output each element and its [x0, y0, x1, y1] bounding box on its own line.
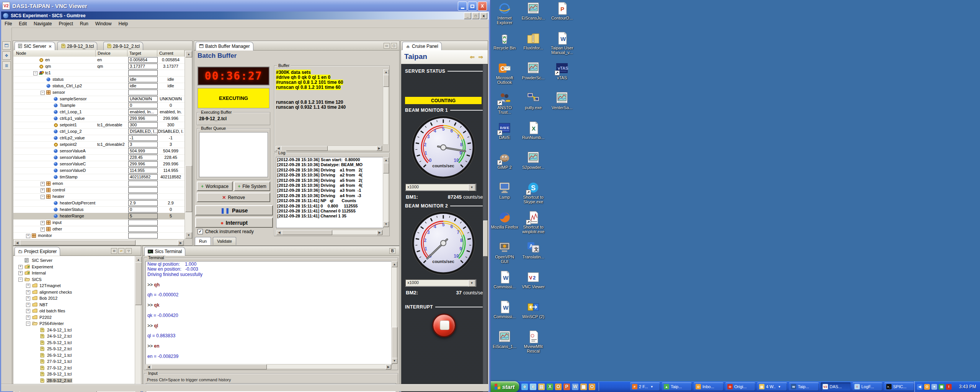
tree-row-sampleSensor[interactable]: sampleSensorUNKNOWNUNKNOWN	[13, 96, 185, 103]
expander-expand-icon[interactable]: +	[26, 290, 30, 294]
desktop-icon-dave[interactable]: DAVE↗DAVE	[491, 121, 518, 140]
buffer-hscroll[interactable]: ◀ ▶	[275, 145, 382, 150]
target-value[interactable]: DISABLED, I...	[128, 129, 158, 134]
tab-project-explorer[interactable]: 🗀 Project Explorer	[15, 247, 60, 256]
start-button[interactable]: start	[490, 381, 519, 392]
desktop-icon-commissi-[interactable]: WCommissi...	[491, 301, 518, 319]
tree-row-sensorValueC[interactable]: sensorValueC299.996299.996	[13, 161, 185, 168]
desktop-icon-s2powder-[interactable]: S2powder...	[519, 151, 547, 170]
target-value[interactable]: 0.005854	[128, 57, 158, 63]
target-value[interactable]: idle	[128, 83, 158, 89]
tab-28-9-12-3-tcl[interactable]: 28-9-12_3.tcl	[57, 42, 97, 51]
check-instrument-ready-checkbox[interactable]: ✓	[198, 229, 203, 234]
dropdown-arrow-icon[interactable]: ▼	[468, 184, 475, 191]
desktop-icon-recycle-bin[interactable]: Recycle Bin	[491, 32, 518, 50]
tree-row-input[interactable]: +input	[13, 219, 185, 226]
explorer-item[interactable]: 25-9-12_2.tcl	[13, 346, 135, 353]
expander-expand-icon[interactable]: +	[26, 315, 30, 320]
desktop-icon-eiscans-1-[interactable]: EiScans_1...	[491, 330, 518, 349]
quicklaunch-outlook-2-icon[interactable]: O	[589, 384, 595, 390]
pages-icon[interactable]: ≣	[2, 61, 11, 70]
forward-arrow-icon[interactable]: ⇒	[478, 54, 483, 60]
alert-tray-icon[interactable]: !	[946, 384, 952, 390]
column-header-target[interactable]: Target	[127, 50, 157, 57]
explorer-item[interactable]: 25-9-12_1.tcl	[13, 340, 135, 346]
quicklaunch-media-icon[interactable]: ▦	[580, 384, 587, 390]
desktop-icon-mozilla-firefox[interactable]: Mozilla Firefox	[491, 211, 518, 229]
collapse-all-icon[interactable]: ⊟	[111, 248, 117, 254]
tree-row-ctrl_Loop_2[interactable]: ctrl_Loop_2DISABLED, I...DISABLED, I.	[13, 128, 185, 135]
link-with-editor-icon[interactable]: ⇄	[118, 248, 124, 254]
minimize-button[interactable]	[458, 2, 467, 11]
target-value[interactable]	[128, 70, 158, 76]
desktop-icon-openvpn-gui[interactable]: OpenVPN GUI	[491, 241, 518, 264]
minimize-button[interactable]: _	[464, 13, 471, 19]
tree-row-setpoint1[interactable]: setpoint1tc1_driveable300300	[13, 122, 185, 129]
target-value[interactable]: 0	[128, 103, 158, 108]
desktop-icon-putty-exe[interactable]: putty.exe	[519, 91, 547, 110]
terminal-toolbar-button[interactable]: B	[389, 248, 395, 254]
remove-button[interactable]: ✕ Remove	[197, 193, 270, 202]
tree-column-header[interactable]: NodeDeviceTargetCurrent	[13, 50, 185, 57]
maximize-button[interactable]	[468, 2, 477, 11]
explorer-item[interactable]: 27-9-12_2.tcl	[13, 365, 135, 372]
hide-icons-chevron-icon[interactable]: ◀	[917, 384, 923, 390]
target-value[interactable]	[128, 226, 158, 232]
column-header-current[interactable]: Current	[157, 50, 185, 57]
other-views-icon[interactable]: ❖	[2, 51, 11, 60]
explorer-item[interactable]: +P2202	[13, 315, 135, 321]
taskbar-button-spic-[interactable]: >_SPIC...	[884, 382, 914, 391]
sics-titlebar[interactable]: SICS Experiment - SICS - Gumtree _ □ X	[1, 11, 489, 20]
expander-collapse-icon[interactable]: −	[33, 71, 38, 75]
target-value[interactable]: -1	[128, 135, 158, 141]
target-value[interactable]	[128, 181, 158, 186]
expander-expand-icon[interactable]: +	[41, 182, 45, 186]
desktop-icon-vnc-viewer[interactable]: V2VNC Viewer	[519, 271, 547, 289]
expander-expand-icon[interactable]: +	[41, 227, 45, 232]
expander-collapse-icon[interactable]: −	[41, 195, 45, 199]
target-value[interactable]: 228.45	[128, 155, 158, 160]
tree-row-status[interactable]: statusidleidle	[13, 76, 185, 83]
target-value[interactable]: 300	[128, 122, 158, 128]
taskbar-button-das-[interactable]: V2DAS...	[821, 382, 851, 391]
desktop-icon-microsoft-outlook[interactable]: OMicrosoft Outlook	[491, 62, 518, 85]
minimize-view-icon[interactable]: ▭	[384, 43, 390, 49]
expander-expand-icon[interactable]: +	[41, 221, 45, 225]
buffer-vscroll[interactable]: ▲	[383, 69, 389, 145]
tree-row-other[interactable]: +other	[13, 226, 185, 233]
quicklaunch-outlook-icon[interactable]: O	[555, 384, 562, 390]
tree-row-timStamp[interactable]: timStamp402118582402118582	[13, 174, 185, 181]
desktop-icon-mviewmfit-rescal[interactable]: MviewMfit Rescal	[519, 330, 547, 353]
target-value[interactable]	[128, 220, 158, 225]
desktop-icon-translatin-[interactable]: A文Translatin...	[519, 241, 547, 259]
explorer-item[interactable]: 24-9-12_2.tcl	[13, 333, 135, 340]
tree-row-heaterOutpPercent[interactable]: heaterOutpPercent2.92.9	[13, 200, 185, 207]
tree-row-control[interactable]: +control	[13, 187, 185, 194]
quicklaunch-word-icon[interactable]: W	[572, 384, 578, 390]
tree-row-setpoint2[interactable]: setpoint2tc1_driveable233	[13, 141, 185, 148]
explorer-item[interactable]: +12Tmagnet	[13, 283, 135, 289]
expander-collapse-icon[interactable]: −	[18, 278, 23, 282]
pause-button[interactable]: ❚❚ Pause	[195, 205, 273, 216]
tree-row-sensor[interactable]: −sensor	[13, 89, 185, 96]
tree-row-en[interactable]: enen0.0058540.005854	[13, 57, 185, 64]
taskbar-button-origi-[interactable]: OOrigi...	[725, 382, 755, 391]
expander-expand-icon[interactable]: +	[18, 271, 23, 275]
desktop-icon-runnumb-[interactable]: XRunNumb...	[519, 121, 547, 140]
target-value[interactable]: idle	[128, 77, 158, 82]
maximize-button[interactable]: □	[472, 13, 479, 19]
explorer-item[interactable]: +old batch files	[13, 308, 135, 315]
desktop-icon-ventersa-[interactable]: VenterSa...	[548, 91, 576, 110]
column-header-node[interactable]: Node	[14, 50, 96, 57]
tree-row-heaterStatus[interactable]: heaterStatus00	[13, 206, 185, 213]
menu-window[interactable]: Window	[92, 20, 115, 27]
target-value[interactable]: 504.999	[128, 148, 158, 154]
quicklaunch-powerpoint-icon[interactable]: P	[564, 384, 570, 390]
desktop-icon-lamp[interactable]: Lamp	[491, 181, 518, 199]
desktop-icon-vtas[interactable]: vTAS↗vTAS	[548, 62, 576, 80]
open-perspective-icon[interactable]: 🗔	[2, 41, 11, 50]
target-value[interactable]: 2.9	[128, 200, 158, 206]
explorer-item[interactable]: 28-9-12_2.tcl	[13, 378, 135, 384]
horizontal-scrollbar[interactable]: ◀▶	[13, 239, 185, 245]
desktop-icon-winscp-2-[interactable]: WinSCP (2)	[519, 301, 547, 319]
